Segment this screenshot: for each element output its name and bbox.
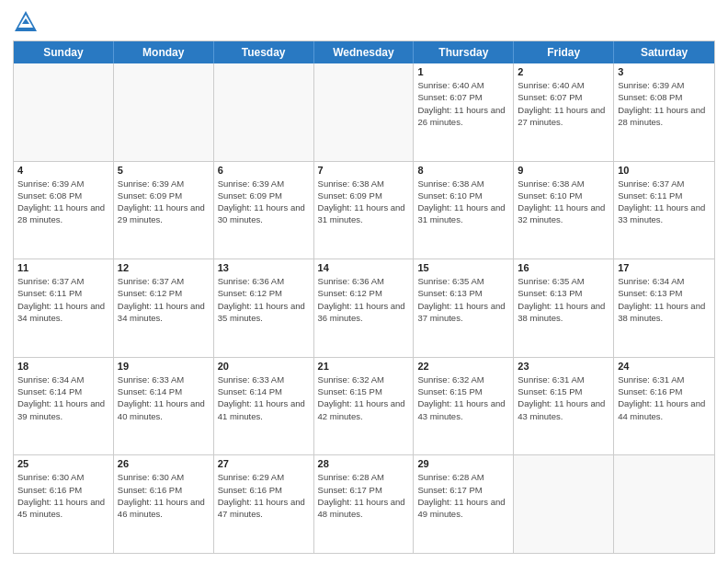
day-info: Sunrise: 6:28 AM Sunset: 6:17 PM Dayligh… xyxy=(417,471,509,520)
day-number: 4 xyxy=(17,165,109,176)
day-number: 3 xyxy=(618,66,711,77)
calendar-row-1: 4Sunrise: 6:39 AM Sunset: 6:08 PM Daylig… xyxy=(14,161,714,259)
page-header xyxy=(13,9,715,35)
calendar-cell: 15Sunrise: 6:35 AM Sunset: 6:13 PM Dayli… xyxy=(414,259,514,357)
calendar-cell: 10Sunrise: 6:37 AM Sunset: 6:11 PM Dayli… xyxy=(614,162,714,259)
calendar-cell: 4Sunrise: 6:39 AM Sunset: 6:08 PM Daylig… xyxy=(14,162,114,259)
calendar-cell: 17Sunrise: 6:34 AM Sunset: 6:13 PM Dayli… xyxy=(614,259,714,357)
day-info: Sunrise: 6:35 AM Sunset: 6:13 PM Dayligh… xyxy=(518,275,609,324)
day-number: 29 xyxy=(417,458,509,469)
day-info: Sunrise: 6:37 AM Sunset: 6:11 PM Dayligh… xyxy=(17,275,109,324)
day-number: 1 xyxy=(417,66,509,77)
day-info: Sunrise: 6:39 AM Sunset: 6:08 PM Dayligh… xyxy=(17,178,109,226)
calendar-cell: 9Sunrise: 6:38 AM Sunset: 6:10 PM Daylig… xyxy=(514,162,614,259)
weekday-header-wednesday: Wednesday xyxy=(314,41,415,63)
weekday-header-saturday: Saturday xyxy=(614,41,714,63)
calendar-cell: 22Sunrise: 6:32 AM Sunset: 6:15 PM Dayli… xyxy=(414,358,514,455)
day-number: 7 xyxy=(318,165,410,176)
day-info: Sunrise: 6:31 AM Sunset: 6:16 PM Dayligh… xyxy=(618,373,711,422)
day-info: Sunrise: 6:36 AM Sunset: 6:12 PM Dayligh… xyxy=(218,275,310,324)
day-info: Sunrise: 6:30 AM Sunset: 6:16 PM Dayligh… xyxy=(118,471,210,520)
day-info: Sunrise: 6:39 AM Sunset: 6:08 PM Dayligh… xyxy=(618,79,711,128)
day-info: Sunrise: 6:28 AM Sunset: 6:17 PM Dayligh… xyxy=(318,471,410,520)
weekday-header-thursday: Thursday xyxy=(414,41,514,63)
calendar-header: SundayMondayTuesdayWednesdayThursdayFrid… xyxy=(14,41,714,63)
calendar-cell: 12Sunrise: 6:37 AM Sunset: 6:12 PM Dayli… xyxy=(114,259,214,357)
calendar-cell: 13Sunrise: 6:36 AM Sunset: 6:12 PM Dayli… xyxy=(214,259,314,357)
day-info: Sunrise: 6:39 AM Sunset: 6:09 PM Dayligh… xyxy=(218,178,310,226)
day-info: Sunrise: 6:38 AM Sunset: 6:10 PM Dayligh… xyxy=(518,178,609,226)
day-number: 19 xyxy=(118,361,210,372)
day-info: Sunrise: 6:37 AM Sunset: 6:11 PM Dayligh… xyxy=(618,178,711,226)
calendar: SundayMondayTuesdayWednesdayThursdayFrid… xyxy=(13,40,715,554)
day-info: Sunrise: 6:37 AM Sunset: 6:12 PM Dayligh… xyxy=(118,275,210,324)
calendar-cell: 6Sunrise: 6:39 AM Sunset: 6:09 PM Daylig… xyxy=(214,162,314,259)
calendar-cell: 29Sunrise: 6:28 AM Sunset: 6:17 PM Dayli… xyxy=(414,455,514,553)
day-number: 9 xyxy=(518,165,609,176)
day-number: 24 xyxy=(618,361,711,372)
calendar-body: 1Sunrise: 6:40 AM Sunset: 6:07 PM Daylig… xyxy=(14,63,714,553)
day-info: Sunrise: 6:38 AM Sunset: 6:10 PM Dayligh… xyxy=(417,178,509,226)
calendar-cell: 26Sunrise: 6:30 AM Sunset: 6:16 PM Dayli… xyxy=(114,455,214,553)
calendar-cell xyxy=(114,63,214,161)
day-info: Sunrise: 6:32 AM Sunset: 6:15 PM Dayligh… xyxy=(417,373,509,422)
day-info: Sunrise: 6:35 AM Sunset: 6:13 PM Dayligh… xyxy=(417,275,509,324)
day-number: 17 xyxy=(618,262,711,273)
calendar-cell: 20Sunrise: 6:33 AM Sunset: 6:14 PM Dayli… xyxy=(214,358,314,455)
calendar-cell: 7Sunrise: 6:38 AM Sunset: 6:09 PM Daylig… xyxy=(314,162,415,259)
logo-icon xyxy=(13,9,39,35)
logo xyxy=(13,9,42,35)
calendar-cell: 19Sunrise: 6:33 AM Sunset: 6:14 PM Dayli… xyxy=(114,358,214,455)
day-info: Sunrise: 6:36 AM Sunset: 6:12 PM Dayligh… xyxy=(318,275,410,324)
calendar-cell xyxy=(214,63,314,161)
calendar-row-4: 25Sunrise: 6:30 AM Sunset: 6:16 PM Dayli… xyxy=(14,454,714,553)
calendar-cell: 24Sunrise: 6:31 AM Sunset: 6:16 PM Dayli… xyxy=(614,358,714,455)
day-info: Sunrise: 6:29 AM Sunset: 6:16 PM Dayligh… xyxy=(218,471,310,520)
calendar-cell: 27Sunrise: 6:29 AM Sunset: 6:16 PM Dayli… xyxy=(214,455,314,553)
calendar-cell xyxy=(514,455,614,553)
day-number: 22 xyxy=(417,361,509,372)
day-number: 27 xyxy=(218,458,310,469)
calendar-row-2: 11Sunrise: 6:37 AM Sunset: 6:11 PM Dayli… xyxy=(14,259,714,357)
calendar-cell xyxy=(314,63,415,161)
day-info: Sunrise: 6:30 AM Sunset: 6:16 PM Dayligh… xyxy=(17,471,109,520)
day-info: Sunrise: 6:40 AM Sunset: 6:07 PM Dayligh… xyxy=(518,79,609,128)
day-info: Sunrise: 6:38 AM Sunset: 6:09 PM Dayligh… xyxy=(318,178,410,226)
calendar-cell: 23Sunrise: 6:31 AM Sunset: 6:15 PM Dayli… xyxy=(514,358,614,455)
calendar-cell: 25Sunrise: 6:30 AM Sunset: 6:16 PM Dayli… xyxy=(14,455,114,553)
day-number: 25 xyxy=(17,458,109,469)
day-info: Sunrise: 6:34 AM Sunset: 6:13 PM Dayligh… xyxy=(618,275,711,324)
day-number: 18 xyxy=(17,361,109,372)
calendar-cell: 18Sunrise: 6:34 AM Sunset: 6:14 PM Dayli… xyxy=(14,358,114,455)
weekday-header-monday: Monday xyxy=(114,41,214,63)
day-number: 6 xyxy=(218,165,310,176)
calendar-cell: 16Sunrise: 6:35 AM Sunset: 6:13 PM Dayli… xyxy=(514,259,614,357)
day-info: Sunrise: 6:31 AM Sunset: 6:15 PM Dayligh… xyxy=(518,373,609,422)
day-info: Sunrise: 6:34 AM Sunset: 6:14 PM Dayligh… xyxy=(17,373,109,422)
day-number: 23 xyxy=(518,361,609,372)
calendar-cell: 14Sunrise: 6:36 AM Sunset: 6:12 PM Dayli… xyxy=(314,259,415,357)
day-info: Sunrise: 6:40 AM Sunset: 6:07 PM Dayligh… xyxy=(417,79,509,128)
day-number: 21 xyxy=(318,361,410,372)
calendar-cell: 21Sunrise: 6:32 AM Sunset: 6:15 PM Dayli… xyxy=(314,358,415,455)
day-info: Sunrise: 6:33 AM Sunset: 6:14 PM Dayligh… xyxy=(118,373,210,422)
day-number: 5 xyxy=(118,165,210,176)
day-number: 20 xyxy=(218,361,310,372)
calendar-cell: 8Sunrise: 6:38 AM Sunset: 6:10 PM Daylig… xyxy=(414,162,514,259)
day-number: 2 xyxy=(518,66,609,77)
day-number: 14 xyxy=(318,262,410,273)
calendar-cell xyxy=(614,455,714,553)
calendar-cell: 1Sunrise: 6:40 AM Sunset: 6:07 PM Daylig… xyxy=(414,63,514,161)
day-info: Sunrise: 6:39 AM Sunset: 6:09 PM Dayligh… xyxy=(118,178,210,226)
day-number: 12 xyxy=(118,262,210,273)
day-number: 13 xyxy=(218,262,310,273)
day-info: Sunrise: 6:33 AM Sunset: 6:14 PM Dayligh… xyxy=(218,373,310,422)
day-number: 15 xyxy=(417,262,509,273)
weekday-header-sunday: Sunday xyxy=(14,41,114,63)
day-info: Sunrise: 6:32 AM Sunset: 6:15 PM Dayligh… xyxy=(318,373,410,422)
day-number: 8 xyxy=(417,165,509,176)
weekday-header-friday: Friday xyxy=(514,41,614,63)
calendar-row-3: 18Sunrise: 6:34 AM Sunset: 6:14 PM Dayli… xyxy=(14,357,714,455)
day-number: 10 xyxy=(618,165,711,176)
calendar-cell xyxy=(14,63,114,161)
